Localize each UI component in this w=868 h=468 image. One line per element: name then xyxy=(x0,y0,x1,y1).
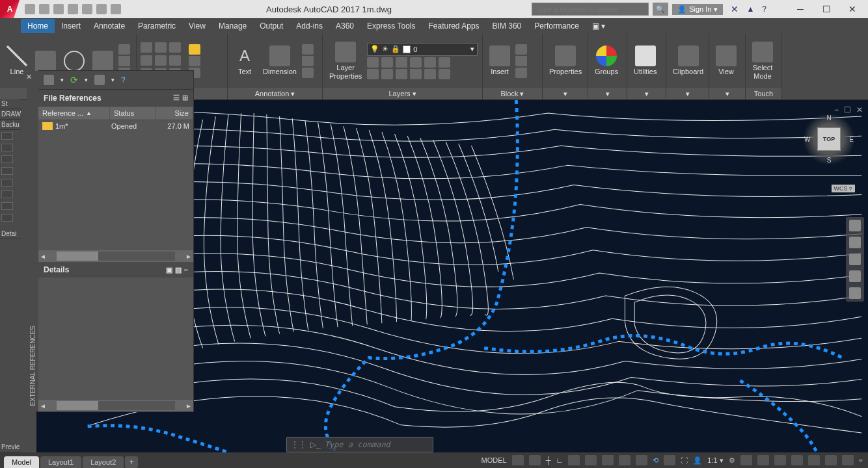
status-model[interactable]: MODEL xyxy=(481,456,507,464)
rectangle-icon[interactable] xyxy=(118,44,130,55)
attach-icon[interactable] xyxy=(44,75,54,85)
signin-button[interactable]: 👤 Sign In ▾ xyxy=(672,4,723,15)
table-icon[interactable] xyxy=(302,56,314,66)
layer-tool-1[interactable] xyxy=(367,57,379,68)
tab-manage[interactable]: Manage xyxy=(212,19,253,33)
layer-tool-9[interactable] xyxy=(396,69,407,79)
groups-button[interactable]: Groups xyxy=(592,44,621,77)
circle-button[interactable] xyxy=(61,49,87,73)
trim-icon[interactable] xyxy=(169,42,181,53)
list-view-icon[interactable]: ☰ xyxy=(173,94,180,102)
polyline-button[interactable] xyxy=(33,49,59,73)
orbit-icon[interactable] xyxy=(849,270,861,282)
help-search[interactable] xyxy=(532,3,649,16)
viewcube-e[interactable]: E xyxy=(849,136,854,143)
layer-tool-10[interactable] xyxy=(410,69,422,79)
viewport-close[interactable]: ✕ xyxy=(856,105,863,114)
detail-view2-icon[interactable]: ▤ xyxy=(175,266,182,274)
viewcube-s[interactable]: S xyxy=(827,157,832,164)
refresh-icon[interactable]: ⟳ xyxy=(70,75,78,85)
layer-tool-4[interactable] xyxy=(410,57,422,68)
snap-toggle-icon[interactable] xyxy=(529,455,541,465)
layer-tool-8[interactable] xyxy=(381,69,393,79)
hardware-icon[interactable] xyxy=(808,455,820,465)
dimension-button[interactable]: Dimension xyxy=(260,44,299,77)
layout-tab-model[interactable]: Model xyxy=(4,456,39,468)
units-icon[interactable] xyxy=(774,455,786,465)
folder-icon[interactable] xyxy=(1,155,13,163)
showmotion-icon[interactable] xyxy=(849,287,861,299)
command-input[interactable] xyxy=(325,440,429,449)
help-search-input[interactable] xyxy=(532,5,648,13)
tab-parametric[interactable]: Parametric xyxy=(131,19,182,33)
layer-dropdown[interactable]: 💡☀🔒0▾ xyxy=(367,43,478,56)
xref-row[interactable]: 1m* Opened 27.0 M xyxy=(38,120,193,132)
close-button[interactable]: ✕ xyxy=(839,0,865,18)
grid-toggle-icon[interactable] xyxy=(512,455,524,465)
command-line[interactable]: ⋮⋮ ▷_ xyxy=(286,437,433,452)
explode-icon[interactable] xyxy=(189,56,200,66)
utilities-button[interactable]: Utilities xyxy=(631,44,659,77)
scroll-thumb[interactable] xyxy=(57,252,98,261)
layer-tool-11[interactable] xyxy=(424,69,436,79)
xref-tool-icon[interactable] xyxy=(94,75,105,85)
search-button[interactable]: 🔍 xyxy=(653,3,668,16)
arc-button[interactable] xyxy=(90,49,116,73)
a360-icon[interactable]: ▲ xyxy=(746,5,754,14)
tab-output[interactable]: Output xyxy=(253,19,290,33)
exchange-icon[interactable]: ✕ xyxy=(731,4,739,14)
status-scale[interactable]: 1:1 ▾ xyxy=(707,456,723,465)
clean-screen-icon[interactable] xyxy=(842,455,854,465)
col-status[interactable]: Status xyxy=(110,107,156,120)
qat-undo-icon[interactable] xyxy=(96,4,107,14)
viewcube-n[interactable]: N xyxy=(826,114,831,122)
viewcube-w[interactable]: W xyxy=(804,136,810,143)
viewport-maximize[interactable]: ☐ xyxy=(844,105,851,114)
rotate-icon[interactable] xyxy=(155,42,167,53)
col-size[interactable]: Size xyxy=(156,107,193,120)
app-logo[interactable]: A xyxy=(0,0,20,18)
xref-hscroll[interactable]: ◄► xyxy=(38,250,193,262)
pan-icon[interactable] xyxy=(849,237,861,248)
folder-icon[interactable] xyxy=(1,179,13,187)
clipboard-button[interactable]: Clipboard xyxy=(670,44,706,77)
properties-button[interactable]: Properties xyxy=(547,44,584,77)
qat-new-icon[interactable] xyxy=(25,4,35,14)
text-button[interactable]: AText xyxy=(232,44,258,77)
qat-redo-icon[interactable] xyxy=(111,4,121,14)
tab-a360[interactable]: A360 xyxy=(329,19,360,33)
detail-view1-icon[interactable]: ▣ xyxy=(166,266,172,274)
mirror-icon[interactable] xyxy=(155,55,167,66)
fillet-icon[interactable] xyxy=(169,55,181,66)
minimize-button[interactable]: ─ xyxy=(787,0,813,18)
copy-icon[interactable] xyxy=(141,55,152,66)
layer-tool-7[interactable] xyxy=(367,69,379,79)
tab-overflow-icon[interactable]: ▣ ▾ xyxy=(586,19,612,33)
layer-tool-2[interactable] xyxy=(381,57,393,68)
detail-collapse-icon[interactable]: − xyxy=(184,266,188,274)
create-block-icon[interactable] xyxy=(515,44,527,55)
polar-toggle-icon[interactable] xyxy=(568,455,580,465)
tab-insert[interactable]: Insert xyxy=(55,19,87,33)
help-icon[interactable]: ? xyxy=(762,5,766,14)
view-button[interactable]: View xyxy=(713,44,739,77)
edit-block-icon[interactable] xyxy=(515,56,527,66)
tab-view[interactable]: View xyxy=(182,19,212,33)
folder-icon[interactable] xyxy=(1,144,13,151)
move-icon[interactable] xyxy=(141,42,152,53)
cycling-icon[interactable]: ⟲ xyxy=(653,456,658,465)
lwt-toggle-icon[interactable] xyxy=(619,455,631,465)
folder-icon[interactable] xyxy=(1,167,13,175)
viewcube[interactable]: N S E W TOP xyxy=(803,113,855,165)
folder-icon[interactable] xyxy=(1,132,13,140)
insert-button[interactable]: Insert xyxy=(487,44,513,77)
col-name[interactable]: Reference ... ▲ xyxy=(38,107,110,120)
anno-monitor-icon[interactable] xyxy=(757,455,769,465)
transparency-icon[interactable] xyxy=(636,455,647,465)
tab-performance[interactable]: Performance xyxy=(528,19,586,33)
leader-icon[interactable] xyxy=(302,44,314,55)
gear-icon[interactable]: ⚙ xyxy=(729,456,735,465)
add-layout-button[interactable]: + xyxy=(125,456,138,468)
tab-addins[interactable]: Add-ins xyxy=(290,19,329,33)
ellipse-icon[interactable] xyxy=(118,56,130,66)
